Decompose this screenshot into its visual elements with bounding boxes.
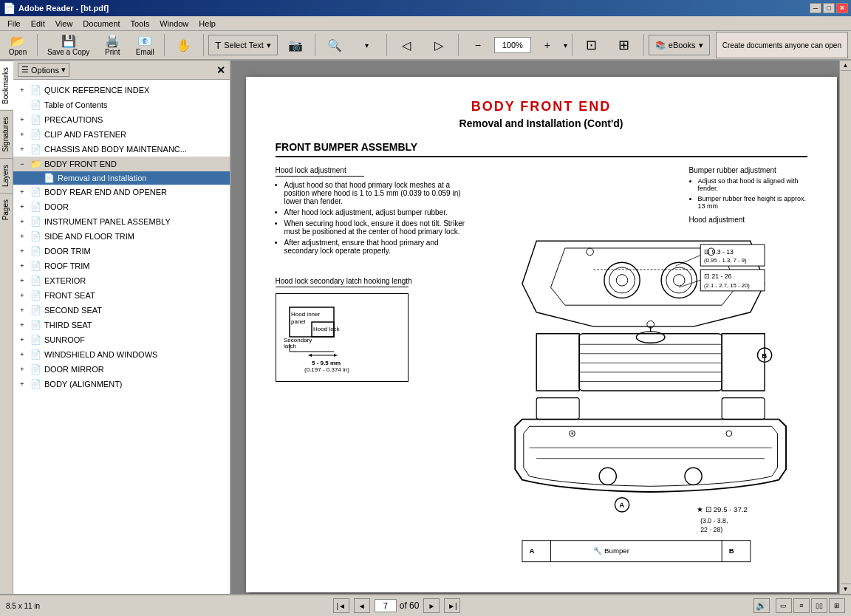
hand-tool-button[interactable]: ✋ — [169, 32, 199, 58]
sidebar-item-exterior[interactable]: + 📄 EXTERIOR — [13, 273, 230, 288]
menu-tools[interactable]: Tools — [126, 18, 154, 30]
print-button[interactable]: 🖨️ Print — [98, 32, 127, 58]
close-button[interactable]: ✕ — [836, 3, 848, 13]
sidebar-item-body-rear[interactable]: + 📄 BODY REAR END AND OPENER — [13, 185, 230, 199]
title-bar: 📄 Adobe Reader - [bt.pdf] ─ □ ✕ — [0, 0, 851, 16]
svg-point-15 — [609, 267, 635, 293]
page-title: BODY FRONT END — [276, 99, 807, 114]
inset-diagram-svg: Hood inner panel Hood lock Secondary lat… — [282, 300, 404, 374]
sidebar-item-removal[interactable]: 📄 Removal and Installation — [13, 171, 230, 185]
sidebar-item-instrument[interactable]: + 📄 INSTRUMENT PANEL ASSEMBLY — [13, 214, 230, 229]
create-docs-button[interactable]: Create documents anyone can open — [716, 32, 848, 58]
page-size-text: 8.5 x 11 in — [6, 602, 40, 610]
right-scrollbar[interactable]: ▲ ▼ — [839, 61, 851, 594]
sidebar-item-chassis[interactable]: + 📄 CHASSIS AND BODY MAINTENANC... — [13, 142, 230, 157]
expander-second-seat: + — [16, 304, 28, 316]
save-icon: 💾 — [61, 34, 76, 48]
single-page-button[interactable]: ▭ — [776, 598, 792, 613]
sidebar-item-roof-trim[interactable]: + 📄 ROOF TRIM — [13, 259, 230, 273]
open-button[interactable]: 📂 Open — [3, 32, 33, 58]
separator-7 — [572, 34, 573, 56]
label-sunroof: SUNROOF — [44, 335, 85, 344]
minimize-button[interactable]: ─ — [810, 3, 821, 13]
sidebar-item-body-front[interactable]: − 📁 BODY FRONT END — [13, 157, 230, 171]
sidebar-options-button[interactable]: ☰ Options ▾ — [18, 63, 69, 77]
doc-icon-sunroof: 📄 — [30, 335, 41, 345]
label-quick-ref: QUICK REFERENCE INDEX — [44, 86, 149, 95]
tab-pages[interactable]: Pages — [0, 193, 13, 226]
svg-point-16 — [616, 275, 627, 286]
sidebar-item-side-floor[interactable]: + 📄 SIDE AND FLOOR TRIM — [13, 229, 230, 244]
zoom-out-btn[interactable]: − — [463, 32, 493, 58]
email-button[interactable]: 📧 Email — [130, 32, 160, 58]
sidebar-item-sunroof[interactable]: + 📄 SUNROOF — [13, 332, 230, 347]
sidebar-item-door-mirror[interactable]: + 📄 DOOR MIRROR — [13, 362, 230, 377]
svg-text:⊡ 21 - 26: ⊡ 21 - 26 — [704, 273, 732, 280]
page-nav-right[interactable]: ▷ — [424, 32, 454, 58]
fit-width-button[interactable]: ⊞ — [609, 32, 639, 58]
fit-page-button[interactable]: ⊡ — [577, 32, 606, 58]
current-page-input[interactable] — [375, 599, 397, 612]
bumper-point-2: Bumper rubber free height is approx. 13 … — [698, 195, 807, 210]
next-page-button[interactable]: ► — [423, 598, 440, 613]
content-area: BODY FRONT END Removal and Installation … — [231, 61, 851, 594]
zoom-tool-button[interactable]: ▾ — [352, 32, 382, 58]
menu-file[interactable]: File — [3, 18, 25, 30]
sidebar-item-door-trim[interactable]: + 📄 DOOR TRIM — [13, 244, 230, 259]
zoom-icon: 🔍 — [327, 38, 342, 52]
sidebar-item-door[interactable]: + 📄 DOOR — [13, 199, 230, 214]
zoom-in-btn[interactable]: + — [533, 32, 562, 58]
screenshot-button[interactable]: 📷 — [281, 32, 310, 58]
menu-document[interactable]: Document — [78, 18, 124, 30]
hood-adj-label: Hood adjustment — [689, 216, 807, 224]
svg-text:22 - 28): 22 - 28) — [700, 526, 722, 533]
content-layout: Hood lock adjustment Adjust hood so that… — [276, 166, 807, 570]
save-copy-button[interactable]: 💾 Save a Copy — [42, 32, 95, 58]
sidebar-item-precautions[interactable]: + 📄 PRECAUTIONS — [13, 112, 230, 127]
zoom-in-button[interactable]: 🔍 — [320, 32, 349, 58]
sidebar-item-third-seat[interactable]: + 📄 THIRD SEAT — [13, 318, 230, 332]
sidebar-item-quick-ref[interactable]: + 📄 QUICK REFERENCE INDEX — [13, 83, 230, 97]
select-text-button[interactable]: T Select Text ▾ — [208, 35, 278, 55]
label-roof-trim: ROOF TRIM — [44, 261, 90, 270]
two-page-continuous-button[interactable]: ⊞ — [829, 598, 845, 613]
label-precautions: PRECAUTIONS — [44, 115, 103, 124]
two-page-button[interactable]: ▯▯ — [811, 598, 827, 613]
page-nav-left[interactable]: ◁ — [392, 32, 421, 58]
tab-signatures[interactable]: Signatures — [0, 110, 13, 158]
ebooks-button[interactable]: 📚 eBooks ▾ — [649, 35, 710, 55]
bumper-rubber-section: Bumper rubber adjustment Adjust so that … — [689, 166, 807, 224]
menu-help[interactable]: Help — [194, 18, 220, 30]
menu-window[interactable]: Window — [155, 18, 193, 30]
continuous-page-button[interactable]: ≡ — [793, 598, 810, 613]
scroll-up-arrow[interactable]: ▲ — [841, 61, 851, 71]
left-annotations: Hood lock adjustment Adjust hood so that… — [276, 166, 468, 570]
sidebar-close-button[interactable]: ✕ — [216, 64, 225, 76]
menu-view[interactable]: View — [51, 18, 78, 30]
sidebar-item-front-seat[interactable]: + 📄 FRONT SEAT — [13, 288, 230, 303]
audio-button[interactable]: 🔊 — [753, 598, 770, 613]
label-body-align: BODY (ALIGNMENT) — [44, 380, 123, 389]
sidebar-item-toc[interactable]: 📄 Table of Contents — [13, 97, 230, 112]
last-page-button[interactable]: ►| — [444, 598, 460, 613]
scroll-down-arrow[interactable]: ▼ — [841, 584, 851, 594]
svg-text:B: B — [762, 352, 767, 360]
page-info: of 60 — [375, 599, 420, 612]
doc-icon-toc: 📄 — [30, 100, 41, 110]
prev-page-button[interactable]: ◄ — [354, 598, 370, 613]
tab-bookmarks[interactable]: Bookmarks — [0, 61, 13, 110]
first-page-button[interactable]: |◄ — [333, 598, 349, 613]
sidebar-item-second-seat[interactable]: + 📄 SECOND SEAT — [13, 303, 230, 318]
content-wrapper[interactable]: BODY FRONT END Removal and Installation … — [231, 61, 851, 594]
label-body-rear: BODY REAR END AND OPENER — [44, 188, 167, 196]
sidebar-item-body-align[interactable]: + 📄 BODY (ALIGNMENT) — [13, 377, 230, 391]
sidebar-item-clip[interactable]: + 📄 CLIP AND FASTENER — [13, 127, 230, 142]
sidebar-item-windshield[interactable]: + 📄 WINDSHIELD AND WINDOWS — [13, 347, 230, 362]
menu-edit[interactable]: Edit — [27, 18, 49, 30]
doc-icon-roof-trim: 📄 — [30, 261, 41, 271]
maximize-button[interactable]: □ — [823, 3, 835, 13]
zoom-input[interactable] — [494, 37, 531, 53]
doc-icon-door-mirror: 📄 — [30, 364, 41, 374]
tab-layers[interactable]: Layers — [0, 158, 13, 193]
expander-toc — [16, 99, 28, 111]
